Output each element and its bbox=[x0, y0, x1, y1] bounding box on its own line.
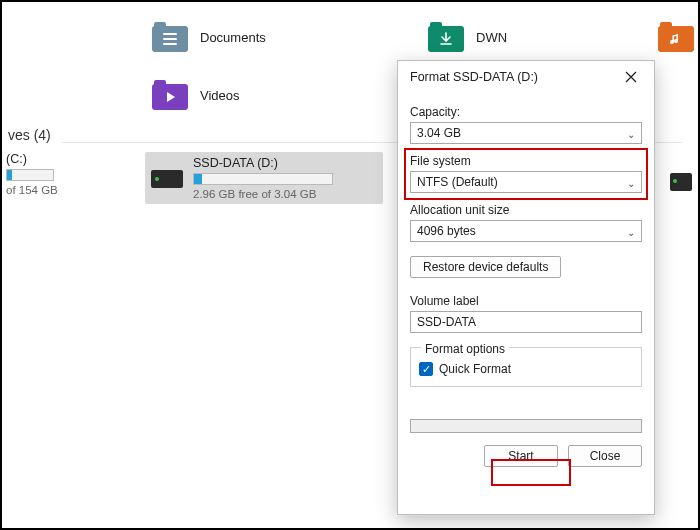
start-button[interactable]: Start bbox=[484, 445, 558, 467]
folder-label: Documents bbox=[200, 30, 266, 45]
folder-videos[interactable]: Videos bbox=[152, 80, 240, 110]
drive-name: SSD-DATA (D:) bbox=[193, 156, 333, 170]
start-label: Start bbox=[508, 449, 533, 463]
documents-folder-icon bbox=[152, 22, 188, 52]
music-folder-icon bbox=[658, 22, 694, 52]
drive-sub: 2.96 GB free of 3.04 GB bbox=[193, 188, 333, 200]
folder-dwn[interactable]: DWN bbox=[428, 22, 507, 52]
allocation-select[interactable]: 4096 bytes ⌄ bbox=[410, 220, 642, 242]
chevron-down-icon: ⌄ bbox=[627, 178, 635, 189]
close-label: Close bbox=[590, 449, 621, 463]
volume-label-label: Volume label bbox=[410, 294, 642, 308]
format-options-label: Format options bbox=[421, 342, 509, 356]
allocation-label: Allocation unit size bbox=[410, 203, 642, 217]
drive-c[interactable]: (C:) of 154 GB bbox=[6, 152, 58, 196]
drive-d[interactable]: SSD-DATA (D:) 2.96 GB free of 3.04 GB bbox=[145, 152, 383, 204]
download-arrow-icon bbox=[438, 31, 454, 47]
allocation-value: 4096 bytes bbox=[417, 224, 476, 238]
play-icon bbox=[162, 89, 178, 105]
ssd-icon bbox=[151, 170, 183, 188]
chevron-down-icon: ⌄ bbox=[627, 227, 635, 238]
volume-label-value: SSD-DATA bbox=[417, 315, 476, 329]
volume-label-input[interactable]: SSD-DATA bbox=[410, 311, 642, 333]
close-button[interactable] bbox=[616, 65, 646, 89]
quick-format-checkbox-row[interactable]: ✓ Quick Format bbox=[419, 362, 633, 376]
filesystem-label: File system bbox=[410, 154, 642, 168]
drive-partial-icon bbox=[670, 173, 692, 191]
folder-label: Videos bbox=[200, 88, 240, 103]
close-dialog-button[interactable]: Close bbox=[568, 445, 642, 467]
close-icon bbox=[625, 71, 637, 83]
dialog-title: Format SSD-DATA (D:) bbox=[410, 70, 616, 84]
drive-name: (C:) bbox=[6, 152, 58, 166]
quick-format-label: Quick Format bbox=[439, 362, 511, 376]
music-note-icon bbox=[668, 31, 684, 47]
capacity-bar bbox=[6, 169, 54, 181]
folder-label: DWN bbox=[476, 30, 507, 45]
restore-defaults-button[interactable]: Restore device defaults bbox=[410, 256, 561, 278]
folder-documents[interactable]: Documents bbox=[152, 22, 266, 52]
restore-label: Restore device defaults bbox=[423, 260, 548, 274]
capacity-bar bbox=[193, 173, 333, 185]
drive-sub: of 154 GB bbox=[6, 184, 58, 196]
capacity-label: Capacity: bbox=[410, 105, 642, 119]
dialog-titlebar[interactable]: Format SSD-DATA (D:) bbox=[398, 61, 654, 93]
svg-marker-0 bbox=[167, 92, 175, 102]
format-options-fieldset: Format options ✓ Quick Format bbox=[410, 347, 642, 387]
format-dialog: Format SSD-DATA (D:) Capacity: 3.04 GB ⌄… bbox=[397, 60, 655, 515]
capacity-value: 3.04 GB bbox=[417, 126, 461, 140]
checkbox-checked-icon[interactable]: ✓ bbox=[419, 362, 433, 376]
videos-folder-icon bbox=[152, 80, 188, 110]
filesystem-select[interactable]: NTFS (Default) ⌄ bbox=[410, 171, 642, 193]
filesystem-value: NTFS (Default) bbox=[417, 175, 498, 189]
format-progress-bar bbox=[410, 419, 642, 433]
chevron-down-icon: ⌄ bbox=[627, 129, 635, 140]
downloads-folder-icon bbox=[428, 22, 464, 52]
drives-section-header: ves (4) bbox=[8, 127, 51, 143]
capacity-select[interactable]: 3.04 GB ⌄ bbox=[410, 122, 642, 144]
folder-music[interactable] bbox=[658, 22, 694, 52]
